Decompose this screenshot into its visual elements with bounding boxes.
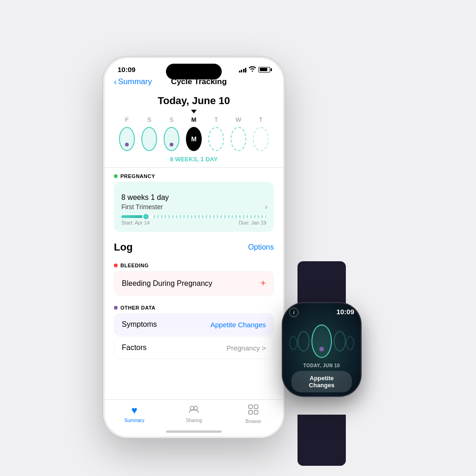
- watch-date: TODAY, JUN 10: [304, 363, 340, 368]
- progress-remaining: [153, 215, 266, 218]
- tab-sharing[interactable]: Sharing: [178, 404, 210, 423]
- watch-body: i 10:09 TODAY, JUN 10 Appetite Changes: [283, 303, 361, 396]
- watch-cycle-area: [286, 319, 357, 363]
- oval-shape-dashed: [231, 127, 246, 151]
- red-dot-icon: [114, 264, 118, 267]
- calendar-strip: F S S M T W T: [114, 110, 274, 167]
- purple-dot-icon: [114, 306, 118, 310]
- svg-rect-5: [254, 410, 258, 414]
- day-w: W: [229, 116, 248, 123]
- iphone-device: 10:09: [103, 57, 284, 438]
- card-arrow-icon: ›: [265, 203, 267, 211]
- oval-shape: [119, 127, 135, 151]
- other-data-section-header: OTHER DATA: [114, 299, 274, 313]
- log-header: Log Options: [114, 236, 274, 257]
- trimester-label: First Trimester: [121, 203, 266, 211]
- tab-bar: ♥ Summary Sharing: [105, 399, 283, 436]
- pregnancy-card[interactable]: 8 weeks 1 day First Trimester Start: Apr…: [114, 182, 274, 232]
- oval-s1[interactable]: [140, 127, 159, 151]
- progress-labels: Start: Apr 14 Due: Jan 19: [121, 220, 266, 225]
- weeks-label: 8 WEEKS, 1 DAY: [116, 153, 272, 167]
- back-label: Summary: [118, 77, 152, 86]
- factors-item[interactable]: Factors Pregnancy >: [114, 337, 274, 359]
- oval-letter: M: [191, 135, 197, 143]
- pregnancy-weeks-number: 8 weeks 1 day: [121, 188, 169, 203]
- today-indicator: [116, 110, 272, 113]
- oval-shape-dashed: [253, 127, 269, 151]
- watch-oval-dot: [319, 347, 324, 351]
- log-title: Log: [114, 241, 132, 253]
- tab-summary[interactable]: ♥ Summary: [118, 404, 151, 423]
- svg-rect-3: [254, 405, 258, 409]
- oval-dot: [170, 143, 173, 146]
- bleeding-item[interactable]: Bleeding During Pregnancy +: [114, 271, 274, 296]
- symptoms-item[interactable]: Symptoms Appetite Changes: [114, 313, 274, 336]
- symptoms-label: Symptoms: [122, 320, 157, 329]
- log-options-button[interactable]: Options: [248, 243, 274, 251]
- watch-time: 10:09: [337, 308, 354, 317]
- day-t1: T: [207, 116, 225, 123]
- chevron-left-icon: ‹: [114, 78, 117, 86]
- svg-point-0: [190, 406, 194, 410]
- tab-browse-label: Browse: [245, 419, 261, 424]
- pregnancy-label: PREGNANCY: [120, 173, 155, 179]
- svg-rect-2: [249, 405, 252, 409]
- weeks-unit: weeks: [126, 193, 151, 201]
- symptoms-value: Appetite Changes: [211, 321, 266, 329]
- main-content: Today, June 10 F S S M T W T: [105, 90, 283, 360]
- bleeding-section-header: BLEEDING: [114, 257, 274, 271]
- progress-bar: [121, 215, 266, 218]
- watch-oval-left-small: [289, 336, 298, 350]
- oval-w[interactable]: [229, 127, 248, 151]
- dynamic-island: [166, 64, 222, 79]
- oval-f[interactable]: [118, 127, 136, 151]
- oval-dot: [125, 143, 129, 146]
- green-dot-icon: [114, 174, 118, 178]
- tab-summary-label: Summary: [125, 418, 145, 423]
- oval-t2[interactable]: [251, 127, 270, 151]
- oval-shape-active: M: [186, 127, 202, 151]
- apple-watch: i 10:09 TODAY, JUN 10 Appetite Changes: [271, 303, 373, 424]
- day-m: M: [185, 116, 203, 123]
- factors-label: Factors: [122, 344, 146, 352]
- add-bleeding-icon[interactable]: +: [260, 278, 266, 289]
- day-s2: S: [162, 116, 181, 123]
- days-unit: day: [155, 193, 169, 201]
- scene: 10:09: [38, 38, 438, 438]
- oval-shape: [141, 127, 157, 151]
- watch-oval-left: [298, 331, 310, 351]
- status-icons: [239, 66, 271, 73]
- oval-t1[interactable]: [207, 127, 225, 151]
- bleeding-item-label: Bleeding During Pregnancy: [122, 279, 212, 288]
- wifi-icon: [249, 66, 256, 73]
- tab-browse[interactable]: Browse: [237, 404, 270, 424]
- due-label: Due: Jan 19: [239, 220, 266, 225]
- watch-oval-right: [334, 331, 346, 351]
- oval-shape: [164, 127, 179, 151]
- svg-point-1: [194, 406, 198, 410]
- battery-icon: [258, 67, 270, 73]
- pregnancy-weeks-text: 8 weeks 1 day: [121, 188, 266, 203]
- progress-fill: [121, 215, 147, 218]
- bleeding-label: BLEEDING: [120, 263, 149, 268]
- start-label: Start: Apr 14: [121, 220, 150, 225]
- calendar-ovals-row: M: [116, 125, 272, 153]
- oval-s2[interactable]: [162, 127, 181, 151]
- progress-track: [121, 215, 266, 218]
- status-time: 10:09: [118, 66, 135, 73]
- svg-rect-4: [249, 410, 252, 414]
- watch-screen: i 10:09 TODAY, JUN 10 Appetite Changes: [283, 303, 361, 396]
- back-button[interactable]: ‹ Summary: [114, 77, 152, 86]
- signal-icon: [239, 67, 247, 73]
- watch-oval-right-small: [346, 336, 354, 350]
- days-num: 1: [151, 193, 155, 201]
- day-t2: T: [251, 116, 270, 123]
- day-s1: S: [140, 116, 159, 123]
- watch-band-bottom: [298, 415, 346, 466]
- factors-value: Pregnancy >: [226, 344, 266, 352]
- oval-m-today[interactable]: M: [185, 127, 203, 151]
- watch-oval-main: [311, 324, 332, 358]
- watch-pill: Appetite Changes: [291, 371, 351, 392]
- today-arrow: [191, 110, 197, 113]
- oval-shape-dashed: [208, 127, 224, 151]
